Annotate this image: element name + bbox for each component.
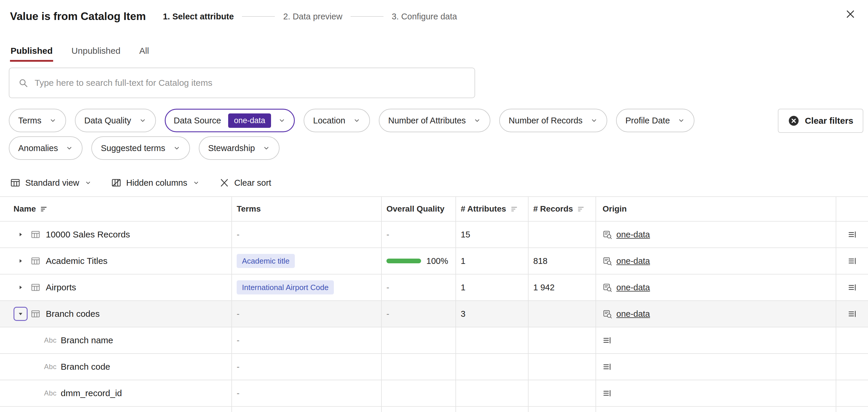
filter-chip-number-of-records[interactable]: Number of Records xyxy=(499,109,607,132)
column-header-overall-quality: Overall Quality xyxy=(382,197,456,221)
terms-cell: International Airport Code xyxy=(232,274,382,300)
chevron-down-icon xyxy=(173,144,181,152)
attribute-row[interactable]: AbcBranch code- xyxy=(0,354,868,380)
origin-cell xyxy=(596,407,836,412)
catalog-items-table: NameTermsOverall Quality# Attributes# Re… xyxy=(0,196,868,412)
name-cell: Branch codes xyxy=(0,301,232,327)
filter-chip-label: Profile Date xyxy=(625,116,670,125)
filter-chip-label: Terms xyxy=(18,116,41,125)
chevron-down-icon xyxy=(65,144,73,152)
column-header-actions xyxy=(836,197,868,221)
catalog-item-row[interactable]: 10000 Sales Records--15one-data xyxy=(0,222,868,248)
clear-sort-button[interactable]: Clear sort xyxy=(219,177,271,188)
tab-published[interactable]: Published xyxy=(10,46,53,62)
dataset-icon xyxy=(31,309,40,319)
column-label: Name xyxy=(13,204,36,214)
chevron-down-icon xyxy=(278,117,286,124)
empty-value: - xyxy=(237,309,240,319)
caret-right-icon xyxy=(17,284,24,291)
filter-chip-label: Data Source xyxy=(174,116,221,125)
close-button[interactable] xyxy=(843,6,858,22)
collapse-toggle[interactable] xyxy=(13,307,28,321)
empty-value: - xyxy=(237,230,240,239)
clear-sort-label: Clear sort xyxy=(234,178,271,188)
quality-cell: - xyxy=(382,301,456,327)
filter-chip-suggested-terms[interactable]: Suggested terms xyxy=(91,136,190,160)
attributes-count-cell xyxy=(456,327,529,353)
quality-cell: - xyxy=(382,274,456,300)
filter-chip-stewardship[interactable]: Stewardship xyxy=(199,136,280,160)
empty-value: - xyxy=(386,283,390,292)
origin-link[interactable]: one-data xyxy=(616,283,650,292)
close-icon xyxy=(844,8,856,20)
step-3: 3. Configure data xyxy=(392,12,457,22)
attribute-row[interactable]: AbcBranch name- xyxy=(0,327,868,354)
attributes-count-cell: 1 xyxy=(456,248,529,274)
terms-cell: - xyxy=(232,327,382,353)
column-label: Origin xyxy=(602,204,627,214)
catalog-item-row[interactable]: Academic TitlesAcademic title100%1818one… xyxy=(0,248,868,274)
tab-all[interactable]: All xyxy=(138,46,150,62)
empty-value: - xyxy=(386,309,390,319)
hidden-columns-selector[interactable]: Hidden columns xyxy=(111,177,200,188)
origin-cell: one-data xyxy=(596,248,836,274)
item-name: Academic Titles xyxy=(46,256,107,266)
caret-down-icon xyxy=(17,311,24,317)
row-actions-cell xyxy=(836,274,868,300)
origin-cell xyxy=(596,354,836,380)
sort-icon xyxy=(510,205,518,213)
filter-row-2: AnomaliesSuggested termsStewardship xyxy=(9,136,859,160)
expand-toggle[interactable] xyxy=(13,254,28,268)
clear-filters-icon xyxy=(788,115,800,127)
attributes-count: 15 xyxy=(461,230,470,239)
column-header-records[interactable]: # Records xyxy=(529,197,596,221)
term-badge[interactable]: International Airport Code xyxy=(237,281,334,294)
origin-link[interactable]: one-data xyxy=(616,309,650,319)
search-input[interactable] xyxy=(35,78,466,88)
term-badge[interactable]: Academic title xyxy=(237,254,295,268)
catalog-item-picker-modal: Value is from Catalog Item 1. Select att… xyxy=(0,0,868,412)
filter-chip-number-of-attributes[interactable]: Number of Attributes xyxy=(379,109,490,132)
tab-unpublished[interactable]: Unpublished xyxy=(71,46,121,62)
modal-title: Value is from Catalog Item xyxy=(10,10,146,23)
table-view-icon xyxy=(10,177,21,188)
filter-chip-data-quality[interactable]: Data Quality xyxy=(75,109,156,132)
column-label: # Records xyxy=(533,204,573,214)
expand-toggle[interactable] xyxy=(13,281,28,294)
view-selector[interactable]: Standard view xyxy=(10,177,92,188)
records-count-cell: 1 942 xyxy=(529,274,596,300)
clear-filters-button[interactable]: Clear filters xyxy=(778,109,863,133)
filter-chip-terms[interactable]: Terms xyxy=(9,109,66,132)
terms-cell xyxy=(232,407,382,412)
records-count-cell xyxy=(529,327,596,353)
sort-icon xyxy=(40,205,48,213)
filter-chip-label: Location xyxy=(313,116,345,125)
filter-chip-anomalies[interactable]: Anomalies xyxy=(9,136,83,160)
column-header-name[interactable]: Name xyxy=(0,197,232,221)
records-count-cell: 818 xyxy=(529,248,596,274)
chevron-down-icon xyxy=(49,117,57,124)
expand-toggle[interactable] xyxy=(13,228,28,241)
terms-cell: - xyxy=(232,222,382,247)
attribute-row[interactable]: Abcdmm_record_id- xyxy=(0,380,868,407)
empty-value: - xyxy=(237,362,240,372)
catalog-item-row[interactable]: AirportsInternational Airport Code-11 94… xyxy=(0,274,868,301)
origin-source-icon xyxy=(602,283,612,292)
empty-value: - xyxy=(237,335,240,345)
attributes-count: 3 xyxy=(461,309,465,319)
chevron-down-icon xyxy=(677,117,685,124)
origin-link[interactable]: one-data xyxy=(616,256,650,266)
filter-chip-location[interactable]: Location xyxy=(304,109,370,132)
filter-chip-profile-date[interactable]: Profile Date xyxy=(616,109,695,132)
catalog-item-row[interactable]: Branch codes--3one-data xyxy=(0,301,868,327)
empty-value: - xyxy=(237,388,240,398)
column-header-attributes[interactable]: # Attributes xyxy=(456,197,529,221)
hidden-columns-icon xyxy=(111,177,122,188)
records-count-cell xyxy=(529,301,596,327)
origin-link[interactable]: one-data xyxy=(616,230,650,239)
column-label: # Attributes xyxy=(461,204,506,214)
filter-chip-data-source[interactable]: Data Sourceone-data xyxy=(165,109,295,132)
row-actions-cell xyxy=(836,407,868,412)
origin-cell xyxy=(596,380,836,406)
chevron-down-icon xyxy=(262,144,270,152)
